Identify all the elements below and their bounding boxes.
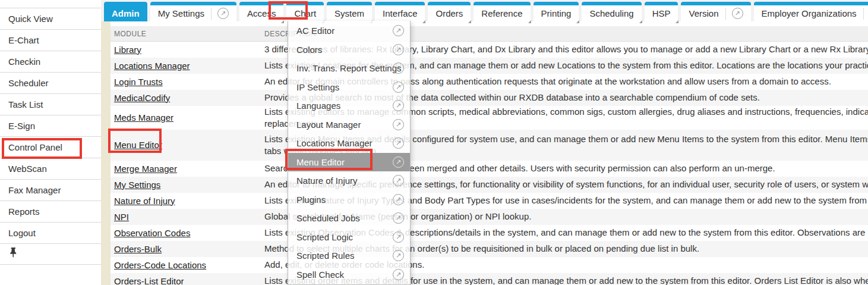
dropdown-item-menu-editor[interactable]: Menu Editor↗: [288, 153, 410, 172]
dropdown-item-locations-manager[interactable]: Locations Manager↗: [288, 134, 410, 153]
module-link-orders-list-editor[interactable]: Orders-List Editor: [114, 276, 184, 285]
dropdown-item-label: Languages: [296, 101, 340, 111]
dropdown-item-ac-editor[interactable]: AC Editor↗: [288, 21, 410, 40]
submenu-fold-icon: [281, 20, 284, 23]
sidebar-item-control-panel[interactable]: Control Panel: [0, 136, 101, 158]
tab-access[interactable]: Access: [239, 2, 283, 21]
sidebar-item-checkin[interactable]: Checkin: [0, 51, 101, 72]
tab-label: Interface: [383, 8, 417, 18]
module-link-merge-manager[interactable]: Merge Manager: [114, 164, 177, 174]
module-link-locations-manager[interactable]: Locations Manager: [114, 61, 190, 71]
dropdown-item-label: Scripted Rules: [296, 250, 355, 261]
external-link-icon[interactable]: ↗: [393, 231, 404, 243]
table-row-orders-code-locations: Orders-Code LocationsAdd, edit, or delet…: [111, 257, 868, 273]
external-link-icon[interactable]: ↗: [393, 25, 404, 36]
module-column-header: MODULE: [111, 30, 264, 38]
module-cell: Nature of Injury: [111, 196, 264, 206]
dropdown-item-languages[interactable]: Languages↗: [288, 96, 410, 115]
dropdown-item-nature-of-injury[interactable]: Nature of Injury↗: [288, 171, 410, 190]
table-row-orders-list-editor: Orders-List EditorLists existing order i…: [111, 273, 868, 285]
external-link-icon[interactable]: ↗: [393, 194, 404, 205]
module-link-medicalcodify[interactable]: MedicalCodify: [114, 93, 170, 103]
tab-reference[interactable]: Reference: [474, 2, 530, 21]
module-cell: Merge Manager: [111, 164, 264, 174]
sidebar-item-logout[interactable]: Logout: [0, 222, 101, 243]
submenu-fold-icon: [422, 20, 425, 23]
submenu-fold-icon: [576, 20, 579, 23]
sidebar-item-reports[interactable]: Reports: [0, 201, 101, 222]
table-row-nature-of-injury: Nature of InjuryLists existing Nature of…: [111, 193, 868, 209]
tab-label: Orders: [435, 8, 463, 18]
tab-employer-organizations[interactable]: Employer Organizations↗: [754, 2, 868, 21]
external-link-icon[interactable]: ↗: [393, 137, 404, 149]
dropdown-item-layout-manager[interactable]: Layout Manager↗: [288, 115, 410, 134]
module-link-orders-bulk[interactable]: Orders-Bulk: [114, 244, 162, 254]
tab-label: Access: [247, 8, 276, 18]
table-row-merge-manager: Merge ManagerSearch tool to see charts t…: [111, 161, 868, 177]
tab-printing[interactable]: Printing: [534, 2, 579, 21]
sidebar-item-e-sign[interactable]: E-Sign: [0, 115, 101, 136]
external-link-icon[interactable]: ↗: [393, 100, 404, 111]
dropdown-item-colors[interactable]: Colors↗: [288, 40, 410, 59]
dropdown-item-scripted-rules[interactable]: Scripted Rules↗: [288, 246, 410, 265]
table-row-login-trusts: Login TrustsAn editor for domain control…: [111, 74, 868, 90]
sidebar-item-webscan[interactable]: WebScan: [0, 158, 101, 179]
tab-label: My Settings: [158, 8, 204, 18]
tab-interface[interactable]: Interface: [375, 2, 425, 21]
sidebar-item-e-chart[interactable]: E-Chart: [0, 29, 101, 51]
module-link-my-settings[interactable]: My Settings: [114, 180, 160, 190]
module-link-library[interactable]: Library: [114, 45, 141, 55]
external-link-icon[interactable]: ↗: [393, 62, 404, 74]
dropdown-item-label: Scripted Logic: [296, 232, 353, 242]
dropdown-item-plugins[interactable]: Plugins↗: [288, 190, 410, 209]
dropdown-item-label: Locations Manager: [296, 138, 373, 148]
dropdown-item-ip-settings[interactable]: IP Settings↗: [288, 78, 410, 97]
dropdown-item-scripted-logic[interactable]: Scripted Logic↗: [288, 228, 410, 247]
external-link-icon[interactable]: ↗: [393, 175, 404, 186]
module-cell: MedicalCodify: [111, 93, 264, 104]
sidebar-item-scheduler[interactable]: Scheduler: [0, 72, 101, 93]
tab-admin[interactable]: Admin: [104, 2, 147, 21]
dropdown-item-inv-trans-report-settings[interactable]: Inv. Trans. Report Settings↗: [288, 59, 410, 78]
sidebar-item-task-list[interactable]: Task List: [0, 93, 101, 115]
module-link-nature-of-injury[interactable]: Nature of Injury: [114, 196, 175, 206]
tab-separator: [725, 8, 726, 20]
module-cell: My Settings: [111, 180, 264, 190]
external-link-icon[interactable]: ↗: [217, 8, 229, 19]
module-link-login-trusts[interactable]: Login Trusts: [114, 77, 163, 87]
top-nav-bar: AdminMy Settings↗AccessChartSystemInterf…: [101, 0, 868, 21]
external-link-icon[interactable]: ↗: [393, 212, 404, 224]
tab-chart[interactable]: Chart: [286, 2, 324, 21]
external-link-icon[interactable]: ↗: [393, 269, 404, 280]
tab-label: Version: [689, 8, 718, 18]
tab-scheduling[interactable]: Scheduling: [582, 2, 641, 21]
module-link-meds-manager[interactable]: Meds Manager: [114, 112, 173, 123]
sidebar-item-fax-manager[interactable]: Fax Manager: [0, 179, 101, 201]
external-link-icon[interactable]: ↗: [393, 44, 404, 55]
module-link-orders-code-locations[interactable]: Orders-Code Locations: [114, 260, 206, 270]
module-link-observation-codes[interactable]: Observation Codes: [114, 228, 190, 238]
system-dropdown-menu: AC Editor↗Colors↗Inv. Trans. Report Sett…: [288, 21, 411, 285]
dropdown-item-label: Scheduled Jobs: [296, 213, 360, 223]
module-cell: Meds Manager: [111, 112, 264, 123]
dropdown-item-scheduled-jobs[interactable]: Scheduled Jobs↗: [288, 209, 410, 228]
dropdown-item-spell-check[interactable]: Spell Check↗: [288, 265, 410, 284]
external-link-icon[interactable]: ↗: [393, 119, 404, 130]
tab-hsp[interactable]: HSP: [645, 2, 678, 21]
sidebar-item-quick-view[interactable]: Quick View: [0, 8, 101, 29]
tab-system[interactable]: System: [327, 2, 372, 21]
tab-orders[interactable]: Orders: [428, 2, 471, 21]
external-link-icon[interactable]: ↗: [393, 250, 404, 261]
tab-version[interactable]: Version↗: [681, 2, 750, 21]
tab-my-settings[interactable]: My Settings↗: [150, 2, 236, 21]
module-link-menu-editor[interactable]: Menu Editor: [114, 140, 162, 150]
submenu-fold-icon: [639, 20, 642, 23]
dropdown-item-label: Layout Manager: [296, 120, 361, 130]
module-link-npi[interactable]: NPI: [114, 212, 129, 222]
table-row-menu-editor: Menu EditorLists existing Menu Items and…: [111, 130, 868, 161]
external-link-icon[interactable]: ↗: [393, 156, 404, 168]
external-link-icon[interactable]: ↗: [393, 82, 404, 93]
sidebar-pin-item[interactable]: [0, 243, 101, 265]
module-cell: Login Trusts: [111, 77, 264, 87]
external-link-icon[interactable]: ↗: [732, 8, 743, 19]
